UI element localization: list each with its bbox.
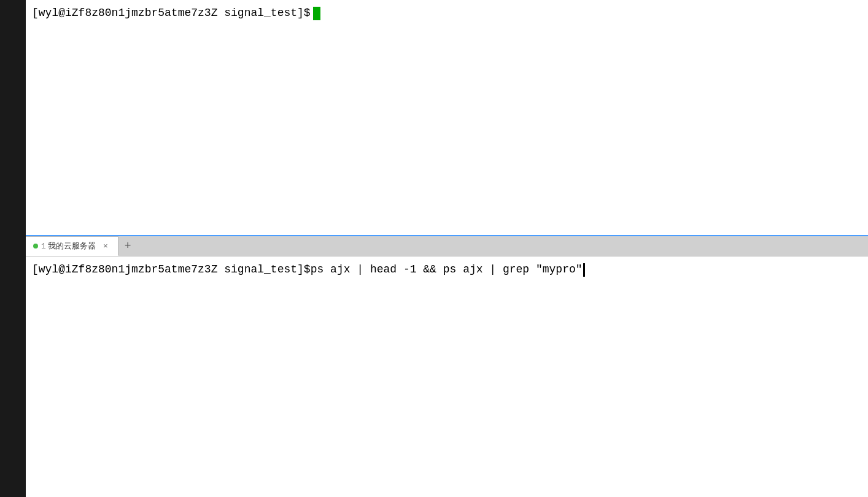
bottom-pane[interactable]: [wyl@iZf8z80n1jmzbr5atme7z3Z signal_test… bbox=[26, 256, 868, 497]
tab-close-button[interactable]: × bbox=[101, 241, 110, 251]
tab-item-1[interactable]: 1 我的云服务器 × bbox=[26, 236, 118, 256]
top-prompt-line[interactable]: [wyl@iZf8z80n1jmzbr5atme7z3Z signal_test… bbox=[32, 5, 320, 21]
top-pane-content: [wyl@iZf8z80n1jmzbr5atme7z3Z signal_test… bbox=[32, 5, 862, 21]
tab-title: 我的云服务器 bbox=[48, 241, 96, 252]
top-pane: [wyl@iZf8z80n1jmzbr5atme7z3Z signal_test… bbox=[26, 0, 868, 236]
bottom-cursor bbox=[583, 263, 585, 277]
left-sidebar bbox=[0, 0, 26, 497]
tab-bar: 1 我的云服务器 × + bbox=[26, 236, 868, 256]
bottom-prompt-text: [wyl@iZf8z80n1jmzbr5atme7z3Z signal_test… bbox=[32, 261, 311, 278]
tab-number: 1 bbox=[41, 242, 46, 251]
top-prompt-text: [wyl@iZf8z80n1jmzbr5atme7z3Z signal_test… bbox=[32, 5, 311, 21]
terminal-area: [wyl@iZf8z80n1jmzbr5atme7z3Z signal_test… bbox=[26, 0, 868, 497]
tab-add-button[interactable]: + bbox=[118, 236, 138, 256]
bottom-prompt-line: [wyl@iZf8z80n1jmzbr5atme7z3Z signal_test… bbox=[32, 261, 862, 278]
bottom-command-text: ps ajx | head -1 && ps ajx | grep "mypro… bbox=[311, 261, 583, 278]
top-cursor bbox=[313, 7, 320, 20]
terminal-wrapper: [wyl@iZf8z80n1jmzbr5atme7z3Z signal_test… bbox=[0, 0, 868, 497]
tab-status-dot bbox=[33, 244, 38, 248]
